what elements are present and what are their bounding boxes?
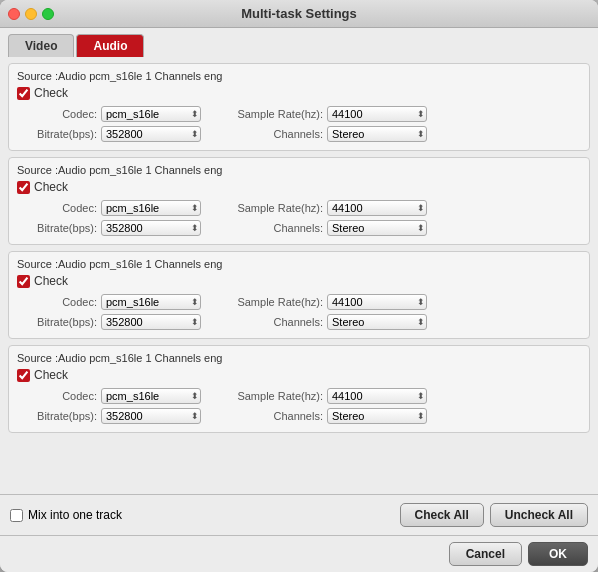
samplerate-row-3: Sample Rate(hz): 44100480002205032000 <box>213 388 427 404</box>
codec-row-2: Codec: pcm_s16leaacmp3ac3 <box>17 294 201 310</box>
samplerate-select-1[interactable]: 44100480002205032000 <box>327 200 427 216</box>
left-fields-1: Codec: pcm_s16leaacmp3ac3 Bitrate(bps): … <box>17 200 201 236</box>
mix-track-checkbox[interactable] <box>10 509 23 522</box>
channels-label-0: Channels: <box>213 128 323 140</box>
samplerate-row-0: Sample Rate(hz): 44100480002205032000 <box>213 106 427 122</box>
samplerate-row-2: Sample Rate(hz): 44100480002205032000 <box>213 294 427 310</box>
check-label-0: Check <box>34 86 68 100</box>
samplerate-label-2: Sample Rate(hz): <box>213 296 323 308</box>
minimize-button[interactable] <box>25 8 37 20</box>
right-fields-3: Sample Rate(hz): 44100480002205032000 Ch… <box>213 388 427 424</box>
check-row-1: Check <box>17 180 581 194</box>
channels-select-wrapper-1: StereoMono5.1 <box>327 220 427 236</box>
audio-section-0: Source :Audio pcm_s16le 1 Channels eng C… <box>8 63 590 151</box>
uncheck-all-button[interactable]: Uncheck All <box>490 503 588 527</box>
bitrate-row-3: Bitrate(bps): 352800128000192000256000 <box>17 408 201 424</box>
bitrate-select-wrapper-2: 352800128000192000256000 <box>101 314 201 330</box>
samplerate-select-wrapper-0: 44100480002205032000 <box>327 106 427 122</box>
channels-row-2: Channels: StereoMono5.1 <box>213 314 427 330</box>
mix-track-row: Mix into one track <box>10 508 400 522</box>
channels-select-1[interactable]: StereoMono5.1 <box>327 220 427 236</box>
codec-select-wrapper-0: pcm_s16leaacmp3ac3 <box>101 106 201 122</box>
ok-button[interactable]: OK <box>528 542 588 566</box>
bitrate-select-wrapper-0: 352800128000192000256000 <box>101 126 201 142</box>
channels-select-3[interactable]: StereoMono5.1 <box>327 408 427 424</box>
bitrate-select-0[interactable]: 352800128000192000256000 <box>101 126 201 142</box>
traffic-lights <box>8 8 54 20</box>
fields-row-3: Codec: pcm_s16leaacmp3ac3 Bitrate(bps): … <box>17 388 581 424</box>
check-label-1: Check <box>34 180 68 194</box>
codec-label-0: Codec: <box>17 108 97 120</box>
maximize-button[interactable] <box>42 8 54 20</box>
bitrate-select-1[interactable]: 352800128000192000256000 <box>101 220 201 236</box>
tab-audio[interactable]: Audio <box>76 34 144 57</box>
footer: Cancel OK <box>0 535 598 572</box>
bitrate-row-1: Bitrate(bps): 352800128000192000256000 <box>17 220 201 236</box>
bitrate-label-1: Bitrate(bps): <box>17 222 97 234</box>
channels-select-wrapper-0: StereoMono5.1 <box>327 126 427 142</box>
samplerate-label-3: Sample Rate(hz): <box>213 390 323 402</box>
check-row-2: Check <box>17 274 581 288</box>
check-all-button[interactable]: Check All <box>400 503 484 527</box>
bottom-bar: Mix into one track Check All Uncheck All <box>0 494 598 535</box>
right-fields-1: Sample Rate(hz): 44100480002205032000 Ch… <box>213 200 427 236</box>
check-checkbox-0[interactable] <box>17 87 30 100</box>
audio-section-3: Source :Audio pcm_s16le 1 Channels eng C… <box>8 345 590 433</box>
codec-row-1: Codec: pcm_s16leaacmp3ac3 <box>17 200 201 216</box>
left-fields-3: Codec: pcm_s16leaacmp3ac3 Bitrate(bps): … <box>17 388 201 424</box>
bitrate-label-2: Bitrate(bps): <box>17 316 97 328</box>
right-fields-2: Sample Rate(hz): 44100480002205032000 Ch… <box>213 294 427 330</box>
check-checkbox-1[interactable] <box>17 181 30 194</box>
codec-label-3: Codec: <box>17 390 97 402</box>
channels-select-2[interactable]: StereoMono5.1 <box>327 314 427 330</box>
check-row-0: Check <box>17 86 581 100</box>
samplerate-select-wrapper-1: 44100480002205032000 <box>327 200 427 216</box>
source-label-1: Source :Audio pcm_s16le 1 Channels eng <box>17 164 581 176</box>
source-label-2: Source :Audio pcm_s16le 1 Channels eng <box>17 258 581 270</box>
check-checkbox-3[interactable] <box>17 369 30 382</box>
channels-select-wrapper-2: StereoMono5.1 <box>327 314 427 330</box>
codec-label-2: Codec: <box>17 296 97 308</box>
samplerate-select-3[interactable]: 44100480002205032000 <box>327 388 427 404</box>
check-row-3: Check <box>17 368 581 382</box>
codec-select-3[interactable]: pcm_s16leaacmp3ac3 <box>101 388 201 404</box>
window-title: Multi-task Settings <box>241 6 357 21</box>
codec-select-2[interactable]: pcm_s16leaacmp3ac3 <box>101 294 201 310</box>
check-checkbox-2[interactable] <box>17 275 30 288</box>
codec-select-0[interactable]: pcm_s16leaacmp3ac3 <box>101 106 201 122</box>
audio-section-2: Source :Audio pcm_s16le 1 Channels eng C… <box>8 251 590 339</box>
channels-label-2: Channels: <box>213 316 323 328</box>
samplerate-label-0: Sample Rate(hz): <box>213 108 323 120</box>
bitrate-select-wrapper-3: 352800128000192000256000 <box>101 408 201 424</box>
fields-row-2: Codec: pcm_s16leaacmp3ac3 Bitrate(bps): … <box>17 294 581 330</box>
bitrate-select-wrapper-1: 352800128000192000256000 <box>101 220 201 236</box>
channels-select-0[interactable]: StereoMono5.1 <box>327 126 427 142</box>
fields-row-0: Codec: pcm_s16leaacmp3ac3 Bitrate(bps): … <box>17 106 581 142</box>
samplerate-row-1: Sample Rate(hz): 44100480002205032000 <box>213 200 427 216</box>
tab-video[interactable]: Video <box>8 34 74 57</box>
channels-select-wrapper-3: StereoMono5.1 <box>327 408 427 424</box>
bitrate-label-0: Bitrate(bps): <box>17 128 97 140</box>
codec-row-3: Codec: pcm_s16leaacmp3ac3 <box>17 388 201 404</box>
bitrate-select-3[interactable]: 352800128000192000256000 <box>101 408 201 424</box>
cancel-button[interactable]: Cancel <box>449 542 522 566</box>
codec-select-1[interactable]: pcm_s16leaacmp3ac3 <box>101 200 201 216</box>
fields-row-1: Codec: pcm_s16leaacmp3ac3 Bitrate(bps): … <box>17 200 581 236</box>
bitrate-label-3: Bitrate(bps): <box>17 410 97 422</box>
codec-label-1: Codec: <box>17 202 97 214</box>
samplerate-select-2[interactable]: 44100480002205032000 <box>327 294 427 310</box>
channels-label-1: Channels: <box>213 222 323 234</box>
codec-select-wrapper-1: pcm_s16leaacmp3ac3 <box>101 200 201 216</box>
mix-track-label: Mix into one track <box>28 508 122 522</box>
source-label-3: Source :Audio pcm_s16le 1 Channels eng <box>17 352 581 364</box>
audio-section-1: Source :Audio pcm_s16le 1 Channels eng C… <box>8 157 590 245</box>
bitrate-select-2[interactable]: 352800128000192000256000 <box>101 314 201 330</box>
codec-select-wrapper-3: pcm_s16leaacmp3ac3 <box>101 388 201 404</box>
channels-row-3: Channels: StereoMono5.1 <box>213 408 427 424</box>
close-button[interactable] <box>8 8 20 20</box>
title-bar: Multi-task Settings <box>0 0 598 28</box>
main-window: Multi-task Settings Video Audio Source :… <box>0 0 598 572</box>
bottom-buttons: Check All Uncheck All <box>400 503 589 527</box>
samplerate-select-wrapper-2: 44100480002205032000 <box>327 294 427 310</box>
samplerate-select-0[interactable]: 44100480002205032000 <box>327 106 427 122</box>
